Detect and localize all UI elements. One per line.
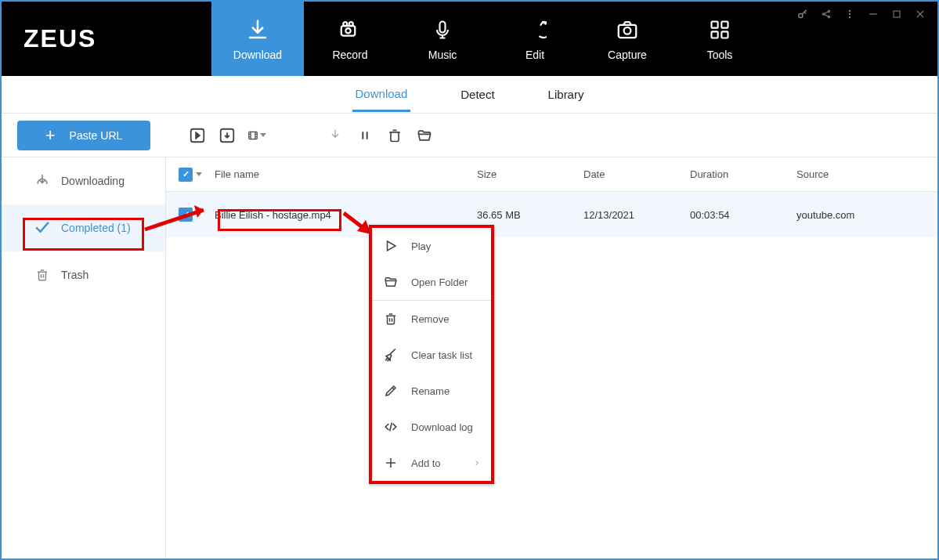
start-all-button[interactable] <box>188 126 207 145</box>
ctx-add-to[interactable]: Add to <box>372 445 491 481</box>
ctx-download-log[interactable]: Download log <box>372 409 491 445</box>
chevron-right-icon <box>474 458 480 468</box>
row-date: 12/13/2021 <box>583 209 690 221</box>
svg-point-10 <box>349 22 353 26</box>
svg-rect-21 <box>249 132 258 139</box>
svg-point-11 <box>345 28 350 33</box>
ctx-download-log-label: Download log <box>411 421 473 433</box>
tab-download[interactable]: Download <box>211 2 304 76</box>
svg-point-3 <box>828 16 829 17</box>
chevron-down-icon <box>196 172 202 176</box>
trash-icon <box>34 267 50 283</box>
close-button[interactable] <box>914 8 926 20</box>
minimize-button[interactable] <box>867 8 879 20</box>
tab-record-label: Record <box>332 49 367 61</box>
tab-tools-label: Tools <box>707 49 733 61</box>
subtab-library[interactable]: Library <box>545 78 587 110</box>
col-header-filename[interactable]: File name <box>215 168 477 180</box>
plus-icon <box>383 455 399 471</box>
svg-rect-8 <box>341 26 356 36</box>
open-folder-button[interactable] <box>415 126 434 145</box>
plus-icon: + <box>45 125 56 146</box>
ctx-open-folder-label: Open Folder <box>411 276 468 288</box>
maximize-button[interactable] <box>890 8 903 20</box>
ctx-rename[interactable]: Rename <box>372 373 491 409</box>
svg-point-5 <box>849 13 851 15</box>
ctx-add-to-label: Add to <box>411 457 441 469</box>
svg-point-14 <box>624 27 631 34</box>
svg-point-1 <box>822 13 824 15</box>
download-icon <box>246 17 269 42</box>
ctx-rename-label: Rename <box>411 385 450 397</box>
folder-open-icon <box>383 274 399 290</box>
svg-rect-18 <box>721 31 728 38</box>
svg-rect-17 <box>712 31 718 38</box>
table-row[interactable]: ✓ Billie Eilish - hostage.mp4 36.65 MB 1… <box>166 192 937 237</box>
tab-music[interactable]: Music <box>396 2 489 76</box>
tab-download-label: Download <box>233 49 282 61</box>
more-icon[interactable] <box>843 8 856 20</box>
ctx-open-folder[interactable]: Open Folder <box>372 264 491 300</box>
col-header-duration[interactable]: Duration <box>690 168 796 180</box>
edit-icon <box>523 17 547 42</box>
svg-rect-16 <box>721 21 728 27</box>
svg-point-2 <box>828 10 829 12</box>
pencil-icon <box>383 383 399 399</box>
tab-tools[interactable]: Tools <box>674 2 766 76</box>
tab-edit[interactable]: Edit <box>489 2 581 76</box>
col-header-source[interactable]: Source <box>796 168 937 180</box>
resume-button[interactable] <box>326 126 345 145</box>
delete-button[interactable] <box>385 126 404 145</box>
sidebar-item-trash[interactable]: Trash <box>2 251 165 298</box>
sidebar-item-completed[interactable]: Completed (1) <box>2 204 165 251</box>
app-logo: ZEUS <box>2 2 211 76</box>
share-icon[interactable] <box>820 8 832 20</box>
sidebar-item-downloading[interactable]: Downloading <box>2 157 165 204</box>
context-menu: Play Open Folder Remove Clear task list … <box>369 225 494 484</box>
downloading-icon <box>34 173 50 189</box>
content: ✓ File name Size Date Duration Source ✓ … <box>166 157 937 558</box>
sub-tabs: Download Detect Library <box>2 76 937 114</box>
svg-rect-15 <box>712 21 718 27</box>
pause-button[interactable] <box>356 126 374 145</box>
sidebar-completed-label: Completed (1) <box>61 222 131 234</box>
tab-record[interactable]: Record <box>304 2 396 76</box>
row-source: youtube.com <box>796 209 937 221</box>
ctx-clear-list[interactable]: Clear task list <box>372 337 491 373</box>
sidebar: Downloading Completed (1) Trash <box>2 157 166 558</box>
paste-url-button[interactable]: + Paste URL <box>17 121 150 150</box>
row-checkbox[interactable]: ✓ <box>179 208 193 222</box>
select-all-checkbox[interactable]: ✓ <box>179 168 202 182</box>
broom-icon <box>383 347 399 363</box>
ctx-remove-label: Remove <box>411 313 449 325</box>
video-options-button[interactable] <box>247 126 266 145</box>
key-icon[interactable] <box>796 8 809 20</box>
tab-music-label: Music <box>428 49 457 61</box>
app-window: ZEUS Download Record Music Edit Capture … <box>0 0 939 560</box>
row-filename: Billie Eilish - hostage.mp4 <box>215 209 477 221</box>
col-header-date[interactable]: Date <box>583 168 690 180</box>
row-duration: 00:03:54 <box>690 209 796 221</box>
svg-rect-7 <box>894 11 900 17</box>
ctx-clear-list-label: Clear task list <box>411 349 472 361</box>
tab-capture[interactable]: Capture <box>581 2 674 76</box>
titlebar-controls <box>796 8 926 20</box>
tab-edit-label: Edit <box>525 49 544 61</box>
tools-icon <box>709 17 731 42</box>
subtab-detect[interactable]: Detect <box>457 78 497 110</box>
table-header: ✓ File name Size Date Duration Source <box>166 157 937 192</box>
tab-capture-label: Capture <box>608 49 647 61</box>
svg-rect-12 <box>440 21 446 32</box>
music-icon <box>432 17 453 42</box>
download-action-button[interactable] <box>218 126 237 145</box>
ctx-play[interactable]: Play <box>372 228 491 264</box>
col-header-size[interactable]: Size <box>477 168 583 180</box>
paste-url-label: Paste URL <box>70 129 123 142</box>
ctx-remove[interactable]: Remove <box>372 301 491 337</box>
toolbar: + Paste URL <box>2 114 937 157</box>
svg-point-4 <box>849 10 851 12</box>
checkbox-checked-icon: ✓ <box>179 168 193 182</box>
completed-icon <box>34 220 50 236</box>
subtab-download[interactable]: Download <box>352 78 411 112</box>
svg-point-6 <box>849 16 851 18</box>
